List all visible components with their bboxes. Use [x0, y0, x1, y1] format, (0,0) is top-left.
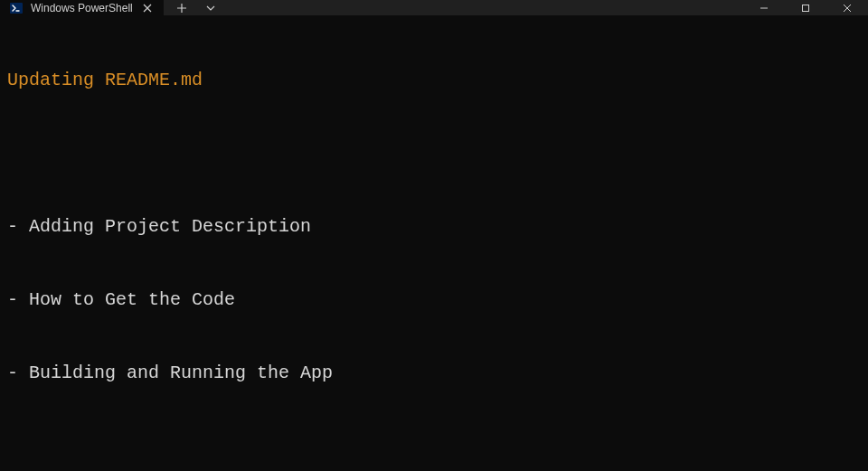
- tab-close-button[interactable]: [140, 1, 155, 15]
- svg-rect-3: [803, 5, 809, 11]
- tab-powershell[interactable]: Windows PowerShell: [0, 0, 164, 15]
- close-window-button[interactable]: [826, 0, 868, 15]
- commit-bullet: - Building and Running the App: [7, 361, 861, 385]
- commit-bullet: - Adding Project Description: [7, 214, 861, 239]
- tab-actions: [164, 0, 229, 15]
- minimize-button[interactable]: [743, 0, 785, 15]
- powershell-icon: [9, 1, 24, 15]
- new-tab-button[interactable]: [169, 0, 194, 15]
- titlebar: Windows PowerShell: [0, 0, 868, 15]
- blank-line: [7, 141, 861, 165]
- svg-rect-0: [10, 3, 23, 14]
- blank-line: [7, 434, 861, 458]
- tab-title: Windows PowerShell: [31, 2, 133, 14]
- commit-subject: Updating README.md: [7, 68, 861, 92]
- titlebar-drag-area[interactable]: [229, 0, 743, 15]
- window-controls: [743, 0, 868, 15]
- terminal-viewport[interactable]: Updating README.md - Adding Project Desc…: [0, 15, 868, 471]
- commit-bullet: - How to Get the Code: [7, 287, 861, 312]
- tab-dropdown-button[interactable]: [198, 0, 223, 15]
- maximize-button[interactable]: [785, 0, 826, 15]
